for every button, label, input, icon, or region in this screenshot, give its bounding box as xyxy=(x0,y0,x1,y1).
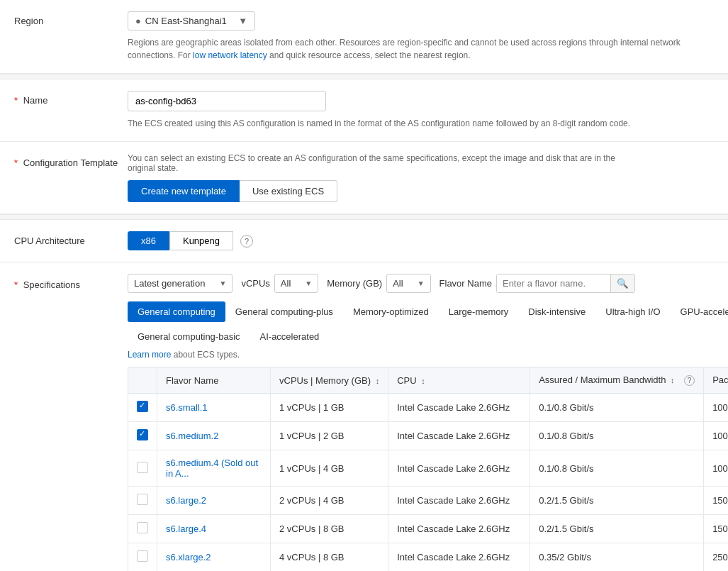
arch-btn-group: x86 Kunpeng ? xyxy=(128,231,714,250)
row-checkbox-cell xyxy=(128,487,157,515)
specifications-row: * Specifications Latest generation ▼ vCP… xyxy=(0,262,728,571)
memory-select[interactable]: All ▼ xyxy=(386,274,430,293)
learn-more-link[interactable]: Learn more xyxy=(128,350,171,360)
region-label-text: Region xyxy=(14,16,43,26)
row-cpu: Intel Cascade Lake 2.6GHz xyxy=(388,394,530,422)
region-help-text: Regions are geographic areas isolated fr… xyxy=(128,36,709,62)
bandwidth-help-icon[interactable]: ? xyxy=(684,375,695,386)
flavor-name-link[interactable]: s6.small.1 xyxy=(166,402,208,413)
table-row[interactable]: s6.small.11 vCPUs | 1 GBIntel Cascade La… xyxy=(128,394,728,422)
type-tabs-row2: General computing-basic AI-accelerated xyxy=(128,326,728,347)
tab-general-computing-basic[interactable]: General computing-basic xyxy=(128,326,250,347)
row-vcpu-memory: 1 vCPUs | 2 GB xyxy=(271,422,388,450)
bandwidth-sort-icon[interactable]: ↕ xyxy=(671,376,675,384)
name-required-star: * xyxy=(14,95,18,106)
specs-table-wrap[interactable]: Flavor Name vCPUs | Memory (GB) ↕ CPU ↕ xyxy=(128,367,728,571)
flavor-name-link[interactable]: s6.medium.2 xyxy=(166,431,218,441)
row-checkbox[interactable] xyxy=(137,401,148,412)
flavor-name-link[interactable]: s6.medium.4 (Sold out in A... xyxy=(166,458,258,479)
row-vcpu-memory: 1 vCPUs | 4 GB xyxy=(271,450,388,487)
table-row[interactable]: s6.large.22 vCPUs | 4 GBIntel Cascade La… xyxy=(128,487,728,515)
location-icon: ● xyxy=(135,16,141,26)
table-row[interactable]: s6.xlarge.24 vCPUs | 8 GBIntel Cascade L… xyxy=(128,543,728,572)
flavor-name-link[interactable]: s6.large.4 xyxy=(166,523,206,534)
arch-x86-button[interactable]: x86 xyxy=(128,231,169,250)
cpu-sort-icon[interactable]: ↕ xyxy=(421,377,425,385)
config-template-btn-group: Create new template Use existing ECS xyxy=(128,180,714,202)
cpu-arch-label-text: CPU Architecture xyxy=(14,235,85,246)
table-row[interactable]: s6.large.42 vCPUs | 8 GBIntel Cascade La… xyxy=(128,515,728,543)
arch-kunpeng-button[interactable]: Kunpeng xyxy=(169,231,233,250)
use-existing-ecs-button[interactable]: Use existing ECS xyxy=(240,180,337,202)
flavor-name-filter-label: Flavor Name xyxy=(439,278,492,289)
cpu-arch-help-icon[interactable]: ? xyxy=(240,235,253,248)
th-vcpu-memory: vCPUs | Memory (GB) ↕ xyxy=(271,367,388,394)
row-flavor-name: s6.xlarge.2 xyxy=(157,543,271,572)
tab-general-computing[interactable]: General computing xyxy=(128,301,225,322)
row-cpu: Intel Cascade Lake 2.6GHz xyxy=(388,515,530,543)
tab-general-computing-plus[interactable]: General computing-plus xyxy=(225,301,343,322)
low-network-link[interactable]: low network latency xyxy=(193,50,267,60)
row-flavor-name: s6.large.4 xyxy=(157,515,271,543)
config-template-content: You can select an existing ECS to create… xyxy=(128,153,714,202)
region-content: ● CN East-Shanghai1 ▼ Regions are geogra… xyxy=(128,11,714,62)
region-label: Region xyxy=(14,11,128,26)
row-flavor-name: s6.medium.4 (Sold out in A... xyxy=(157,450,271,487)
vcpu-filter-item: vCPUs All ▼ xyxy=(241,274,318,293)
cpu-arch-label-col: CPU Architecture xyxy=(14,231,128,246)
row-checkbox[interactable] xyxy=(137,494,148,505)
table-row[interactable]: s6.medium.4 (Sold out in A...1 vCPUs | 4… xyxy=(128,450,728,487)
type-tabs-row1: General computing General computing-plus… xyxy=(128,301,728,322)
vcpu-select[interactable]: All ▼ xyxy=(274,274,318,293)
config-required-star: * xyxy=(14,157,18,168)
generation-select[interactable]: Latest generation ▼ xyxy=(128,274,233,293)
row-cpu: Intel Cascade Lake 2.6GHz xyxy=(388,543,530,572)
separator-1 xyxy=(0,74,728,79)
cpu-arch-content: x86 Kunpeng ? xyxy=(128,231,714,250)
tab-memory-optimized[interactable]: Memory-optimized xyxy=(343,301,439,322)
region-value: CN East-Shanghai1 xyxy=(145,16,227,26)
tab-ultra-high-io[interactable]: Ultra-high I/O xyxy=(595,301,670,322)
generation-chevron-icon: ▼ xyxy=(219,279,226,287)
tab-disk-intensive[interactable]: Disk-intensive xyxy=(518,301,595,322)
config-template-label-col: * Configuration Template xyxy=(14,153,128,168)
flavor-name-filter-item: Flavor Name 🔍 xyxy=(439,274,635,293)
tab-gpu-accelerated[interactable]: GPU-accelerated xyxy=(671,301,728,322)
row-pps: 100,000 xyxy=(704,450,728,487)
vcpu-value: All xyxy=(281,278,291,289)
name-input[interactable] xyxy=(128,91,326,111)
row-checkbox[interactable] xyxy=(137,522,148,533)
row-checkbox[interactable] xyxy=(137,462,148,473)
row-vcpu-memory: 2 vCPUs | 8 GB xyxy=(271,515,388,543)
flavor-name-link[interactable]: s6.large.2 xyxy=(166,495,206,506)
specs-table-header-row: Flavor Name vCPUs | Memory (GB) ↕ CPU ↕ xyxy=(128,367,728,394)
create-new-template-button[interactable]: Create new template xyxy=(128,180,240,202)
name-row: * Name The ECS created using this AS con… xyxy=(0,79,728,142)
table-row[interactable]: s6.medium.21 vCPUs | 2 GBIntel Cascade L… xyxy=(128,422,728,450)
config-template-label-text: Configuration Template xyxy=(23,157,118,168)
row-checkbox-cell xyxy=(128,515,157,543)
row-bandwidth: 0.2/1.5 Gbit/s xyxy=(530,515,704,543)
row-bandwidth: 0.1/0.8 Gbit/s xyxy=(530,422,704,450)
cpu-architecture-row: CPU Architecture x86 Kunpeng ? xyxy=(0,220,728,262)
name-content: The ECS created using this AS configurat… xyxy=(128,91,714,130)
row-bandwidth: 0.1/0.8 Gbit/s xyxy=(530,394,704,422)
tab-ai-accelerated[interactable]: AI-accelerated xyxy=(250,326,330,347)
th-cpu: CPU ↕ xyxy=(388,367,530,394)
specs-table-header: Flavor Name vCPUs | Memory (GB) ↕ CPU ↕ xyxy=(128,367,728,394)
row-checkbox[interactable] xyxy=(137,550,148,562)
vcpu-sort-icon[interactable]: ↕ xyxy=(376,377,380,385)
flavor-name-search-button[interactable]: 🔍 xyxy=(610,275,634,292)
flavor-name-link[interactable]: s6.xlarge.2 xyxy=(166,552,211,562)
row-flavor-name: s6.small.1 xyxy=(157,394,271,422)
chevron-down-icon: ▼ xyxy=(238,16,247,26)
row-cpu: Intel Cascade Lake 2.6GHz xyxy=(388,450,530,487)
tab-large-memory[interactable]: Large-memory xyxy=(439,301,519,322)
separator-2 xyxy=(0,214,728,220)
region-select[interactable]: ● CN East-Shanghai1 ▼ xyxy=(128,11,255,31)
th-checkbox xyxy=(128,367,157,394)
row-pps: 150,000 xyxy=(704,487,728,515)
flavor-name-input-wrap: 🔍 xyxy=(496,274,635,293)
flavor-name-search-input[interactable] xyxy=(497,275,610,292)
row-checkbox[interactable] xyxy=(137,429,148,440)
